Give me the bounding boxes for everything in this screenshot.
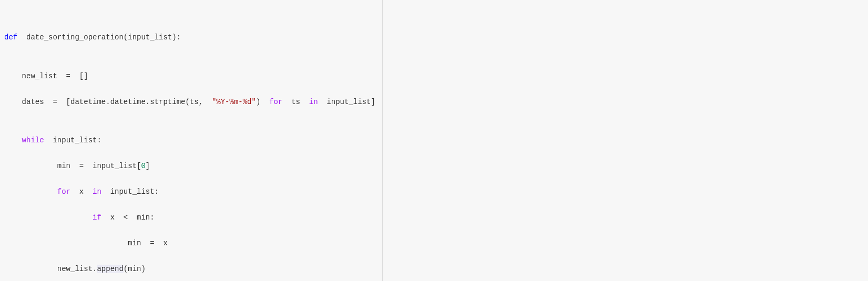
code-text: min = input_list[ xyxy=(4,162,141,170)
code-text: ] xyxy=(146,162,150,170)
code-line-10: min = x xyxy=(4,237,864,250)
keyword-for: for xyxy=(269,98,282,106)
number-literal: 0 xyxy=(141,162,145,170)
string-literal: "%Y-%m-%d" xyxy=(212,98,256,106)
code-text: dates = [datetime.datetime.strptime(ts, xyxy=(4,98,212,106)
keyword-if: if xyxy=(4,213,101,222)
code-text: input_list] xyxy=(318,98,375,106)
code-editor[interactable]: def date_sorting_operation(input_list): … xyxy=(0,0,868,281)
code-text: x xyxy=(70,188,93,196)
code-text: min = x xyxy=(4,239,168,247)
keyword-def: def xyxy=(4,33,17,41)
code-text: x < min: xyxy=(101,213,155,222)
function-name: date_sorting_operation xyxy=(17,33,124,41)
margin-line xyxy=(382,0,383,281)
highlighted-method: append xyxy=(97,265,123,273)
code-text: input_list: xyxy=(101,188,159,196)
keyword-while: while xyxy=(4,136,44,144)
code-line-7: min = input_list[0] xyxy=(4,160,864,173)
code-line-1: def date_sorting_operation(input_list): xyxy=(4,31,864,44)
code-line-6: while input_list: xyxy=(4,134,864,147)
code-text: (min) xyxy=(124,265,146,273)
code-text: input_list: xyxy=(44,136,101,144)
code-line-11: new_list.append(min) xyxy=(4,263,864,276)
code-line-4: dates = [datetime.datetime.strptime(ts, … xyxy=(4,96,864,109)
code-line-3: new_list = [] xyxy=(4,70,864,83)
keyword-for: for xyxy=(4,188,70,196)
code-line-9: if x < min: xyxy=(4,211,864,224)
code-text: new_list. xyxy=(4,265,97,273)
keyword-in: in xyxy=(309,98,318,106)
code-line-8: for x in input_list: xyxy=(4,185,864,199)
code-text: ts xyxy=(282,98,309,106)
code-text: (input_list): xyxy=(124,33,181,41)
code-text: ) xyxy=(256,98,269,106)
keyword-in: in xyxy=(93,188,101,196)
code-text: new_list = [] xyxy=(4,72,88,80)
